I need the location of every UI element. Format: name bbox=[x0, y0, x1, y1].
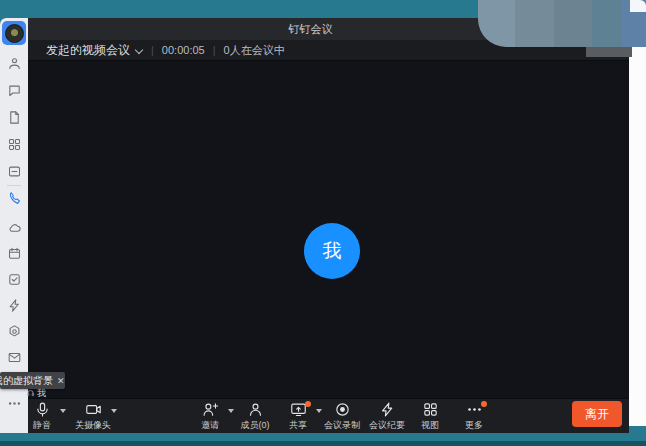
sidebar bbox=[0, 18, 28, 433]
separator: | bbox=[213, 44, 216, 56]
camera-icon bbox=[85, 401, 102, 418]
chevron-down-icon[interactable] bbox=[136, 45, 143, 52]
privacy-blur-patch bbox=[478, 0, 646, 47]
camera-off-button[interactable]: 关摄像头 bbox=[67, 401, 119, 432]
record-icon bbox=[334, 401, 351, 418]
background-window-corner bbox=[630, 0, 646, 12]
background-window-edge bbox=[628, 8, 646, 426]
desktop-edge bbox=[0, 441, 646, 446]
toolbar-label: 静音 bbox=[16, 419, 68, 432]
tooltip-text: 我的虚拟背景 bbox=[0, 374, 53, 388]
notification-dot bbox=[305, 401, 311, 407]
mic-icon bbox=[34, 401, 51, 418]
mute-button[interactable]: 静音 bbox=[16, 401, 68, 432]
toolbar-label: 关摄像头 bbox=[67, 419, 119, 432]
avatar bbox=[5, 24, 24, 43]
meeting-timer: 00:00:05 bbox=[162, 44, 205, 56]
mail-icon[interactable] bbox=[2, 345, 26, 369]
more-icon bbox=[466, 401, 483, 418]
more-button[interactable]: 更多 bbox=[448, 401, 500, 432]
notification-dot bbox=[481, 401, 487, 407]
quick-flash-icon[interactable] bbox=[2, 293, 26, 317]
participant-count: 0人在会议中 bbox=[224, 43, 285, 58]
minutes-icon bbox=[379, 401, 396, 418]
cloud-drive-icon[interactable] bbox=[2, 215, 26, 239]
profile-avatar-icon[interactable] bbox=[2, 21, 26, 45]
chevron-down-icon[interactable] bbox=[111, 409, 117, 413]
tasks-icon[interactable] bbox=[2, 267, 26, 291]
chevron-down-icon[interactable] bbox=[60, 409, 66, 413]
headset-icon bbox=[26, 389, 35, 398]
settings-icon[interactable] bbox=[2, 319, 26, 343]
toolbar: 静音关摄像头邀请成员(0)共享会议录制会议纪要视图更多 离开 bbox=[28, 398, 629, 433]
video-stage: 我 bbox=[28, 61, 629, 398]
grid-icon bbox=[422, 401, 439, 418]
messages-icon[interactable] bbox=[2, 78, 26, 102]
apps-icon[interactable] bbox=[2, 132, 26, 156]
virtual-background-tooltip: 我的虚拟背景 ✕ bbox=[0, 372, 65, 389]
toolbar-label: 更多 bbox=[448, 419, 500, 432]
meeting-window: 钉钉会议 发起的视频会议 | 00:00:05 | 0人在会议中 我 静音关摄像… bbox=[0, 18, 629, 433]
contacts-icon[interactable] bbox=[2, 51, 26, 75]
participant-avatar: 我 bbox=[304, 223, 360, 279]
invite-icon bbox=[202, 401, 219, 418]
meeting-phone-icon[interactable] bbox=[2, 186, 26, 210]
self-nameplate: 我 bbox=[26, 388, 46, 399]
close-icon[interactable]: ✕ bbox=[57, 376, 65, 386]
meeting-name[interactable]: 发起的视频会议 bbox=[46, 42, 130, 59]
members-icon bbox=[247, 401, 264, 418]
calendar-icon[interactable] bbox=[2, 241, 26, 265]
share-icon bbox=[290, 401, 307, 418]
workbench-icon[interactable] bbox=[2, 159, 26, 183]
separator: | bbox=[151, 44, 154, 56]
leave-button[interactable]: 离开 bbox=[572, 401, 622, 427]
documents-icon[interactable] bbox=[2, 105, 26, 129]
sidebar-divider bbox=[7, 185, 21, 186]
